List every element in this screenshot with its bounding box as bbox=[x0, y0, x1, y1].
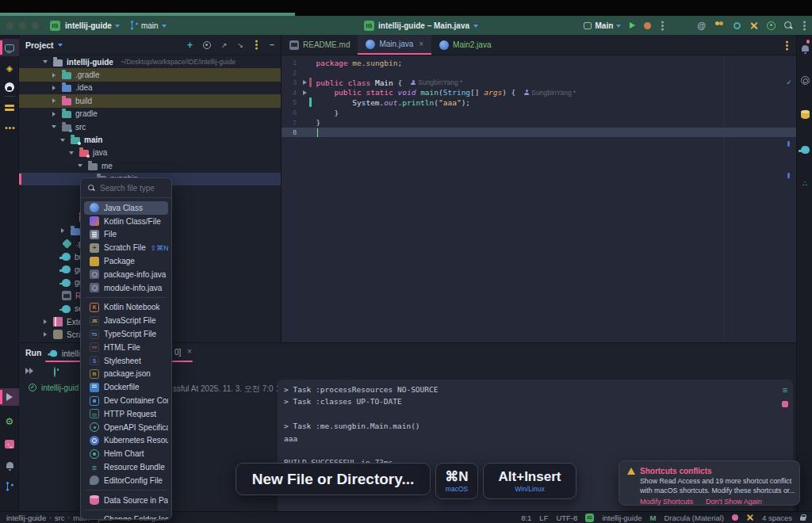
popup-item[interactable]: OpenAPI Specification bbox=[84, 421, 168, 434]
toolwindow-terminal-button[interactable]: ›_ bbox=[0, 435, 19, 452]
tree-item[interactable]: me bbox=[19, 159, 281, 172]
scroll-to-end-icon[interactable] bbox=[782, 401, 788, 407]
project-selector[interactable]: intellij-guide bbox=[65, 21, 120, 30]
popup-item[interactable]: package.json bbox=[84, 368, 168, 381]
popup-search-field[interactable]: Search file type bbox=[81, 178, 171, 198]
expand-all-icon[interactable]: ↗ bbox=[221, 41, 228, 49]
dont-show-again-link[interactable]: Don't Show Again bbox=[706, 498, 762, 506]
lock-icon[interactable] bbox=[800, 517, 806, 521]
popup-item[interactable]: Resource Bundle bbox=[84, 460, 168, 474]
breadcrumb-item[interactable]: src bbox=[55, 513, 65, 522]
tab-main2-java[interactable]: Main2.java bbox=[431, 35, 499, 55]
kebab-menu-icon[interactable] bbox=[803, 25, 806, 27]
popup-item[interactable]: Stylesheet bbox=[84, 354, 168, 368]
tree-item[interactable]: .gradle bbox=[19, 68, 281, 81]
popup-item[interactable]: EditorConfig File bbox=[84, 474, 168, 487]
tree-item[interactable]: gradle bbox=[19, 108, 281, 120]
tree-item[interactable]: main bbox=[19, 133, 281, 146]
popup-item[interactable]: HTTP Request bbox=[84, 407, 168, 421]
close-tab-icon[interactable]: × bbox=[187, 347, 192, 356]
branch-selector[interactable]: main bbox=[131, 21, 167, 30]
expanded-arrow-icon[interactable] bbox=[67, 151, 75, 155]
popup-item[interactable]: Change Folder Icon bbox=[84, 513, 168, 520]
toolwindow-git-button[interactable] bbox=[0, 478, 19, 495]
show-passed-icon[interactable] bbox=[54, 368, 56, 376]
popup-item[interactable]: Kubernetes Resource bbox=[84, 434, 168, 448]
popup-item[interactable]: module-info.java bbox=[84, 281, 168, 295]
tree-item[interactable]: .idea bbox=[19, 82, 281, 94]
popup-item[interactable]: Kotlin Notebook bbox=[84, 301, 168, 315]
run-gutter-icon[interactable] bbox=[303, 80, 307, 85]
debug-button[interactable] bbox=[644, 22, 651, 29]
rerun-button[interactable] bbox=[25, 368, 33, 374]
popup-item[interactable]: JavaScript File bbox=[84, 314, 168, 327]
collapsed-arrow-icon[interactable] bbox=[50, 98, 58, 103]
popup-item[interactable]: Java Class bbox=[84, 201, 168, 215]
tree-item[interactable]: build bbox=[19, 94, 281, 107]
collapsed-arrow-icon[interactable] bbox=[50, 112, 58, 116]
tree-item[interactable]: src bbox=[19, 120, 281, 133]
popup-item[interactable]: package-info.java bbox=[84, 268, 168, 281]
tools-icon[interactable] bbox=[749, 21, 758, 30]
expanded-arrow-icon[interactable] bbox=[76, 164, 84, 167]
code-editor[interactable]: ✓ 1package me.sungbin;23public class Mai… bbox=[282, 55, 796, 342]
collapsed-arrow-icon[interactable] bbox=[59, 228, 67, 233]
run-tab[interactable]: intelli bbox=[49, 345, 80, 361]
popup-item[interactable]: Dev Container Config... bbox=[84, 394, 168, 407]
modify-shortcuts-link[interactable]: Modify Shortcuts bbox=[640, 498, 693, 506]
search-everywhere-icon[interactable] bbox=[784, 21, 793, 30]
collapsed-arrow-icon[interactable] bbox=[41, 319, 49, 324]
toolwindow-dependencies-button[interactable]: ∴ bbox=[797, 175, 812, 193]
popup-item[interactable]: Dockerfile bbox=[84, 380, 168, 394]
expanded-arrow-icon[interactable] bbox=[59, 139, 67, 142]
breadcrumb-item[interactable]: intellij-guide bbox=[6, 513, 46, 522]
more-run-options-icon[interactable] bbox=[661, 25, 664, 27]
toolwindow-notifications-button[interactable] bbox=[0, 456, 19, 474]
toolwindow-database-button[interactable] bbox=[797, 105, 812, 123]
zoom-window-button[interactable] bbox=[32, 22, 39, 29]
ai-chat-icon[interactable]: @ bbox=[697, 21, 706, 30]
close-tab-icon[interactable]: × bbox=[419, 40, 423, 48]
hide-panel-icon[interactable]: − bbox=[270, 40, 274, 49]
popup-item[interactable]: Data Source in Path bbox=[84, 494, 168, 507]
toolwindow-ai-button[interactable] bbox=[797, 71, 812, 89]
popup-item[interactable]: HTML File bbox=[84, 341, 168, 354]
accent-color-dot[interactable] bbox=[732, 514, 738, 521]
record-icon[interactable] bbox=[733, 22, 741, 29]
status-project-name[interactable]: intellij-guide bbox=[602, 513, 642, 522]
minimize-window-button[interactable] bbox=[19, 22, 26, 29]
run-configuration-selector[interactable]: Main bbox=[584, 21, 621, 30]
expanded-arrow-icon[interactable] bbox=[41, 60, 49, 63]
science-icon[interactable] bbox=[767, 21, 776, 30]
collapse-all-icon[interactable]: ↘ bbox=[238, 41, 244, 49]
toolwindow-commit-button[interactable] bbox=[0, 100, 19, 117]
line-ending[interactable]: LF bbox=[539, 513, 548, 522]
caret-position[interactable]: 8:1 bbox=[521, 513, 531, 522]
popup-item[interactable]: TypeScript File bbox=[84, 327, 168, 341]
toolwindow-run-button[interactable] bbox=[0, 388, 19, 406]
tab-readme[interactable]: README.md bbox=[282, 35, 358, 55]
tree-item[interactable]: intellij-guide~/Desktop/workspace/IDE/in… bbox=[19, 55, 281, 68]
toolwindow-settings-button[interactable]: ⚙ bbox=[0, 413, 19, 430]
popup-item[interactable]: File bbox=[84, 228, 168, 242]
code-with-me-icon[interactable] bbox=[714, 21, 725, 29]
collapsed-arrow-icon[interactable] bbox=[50, 73, 58, 78]
popup-item[interactable]: Helm Chart bbox=[84, 447, 168, 460]
popup-item[interactable]: Scratch File⇧⌘N bbox=[84, 241, 168, 254]
run-options-icon[interactable] bbox=[70, 368, 73, 376]
add-icon[interactable]: + bbox=[187, 40, 193, 50]
close-window-button[interactable] bbox=[6, 22, 13, 29]
run-gutter-icon[interactable] bbox=[303, 90, 307, 95]
toolwindow-structure-button[interactable]: ◈ bbox=[0, 59, 19, 77]
stripe-more-button[interactable] bbox=[0, 119, 19, 136]
toolwindow-github-button[interactable] bbox=[0, 78, 19, 96]
expanded-arrow-icon[interactable] bbox=[50, 125, 58, 128]
project-panel-title[interactable]: Project bbox=[25, 40, 54, 50]
toolwindow-gradle-button[interactable] bbox=[797, 141, 812, 158]
indent-setting[interactable]: 4 spaces bbox=[762, 513, 792, 522]
collapsed-arrow-icon[interactable] bbox=[41, 332, 49, 337]
editor-tab-options-icon[interactable] bbox=[786, 44, 788, 47]
tab-main-java[interactable]: Main.java × bbox=[358, 35, 431, 55]
theme-name[interactable]: Dracula (Material) bbox=[664, 513, 724, 522]
toolwindow-project-button[interactable] bbox=[0, 39, 19, 56]
